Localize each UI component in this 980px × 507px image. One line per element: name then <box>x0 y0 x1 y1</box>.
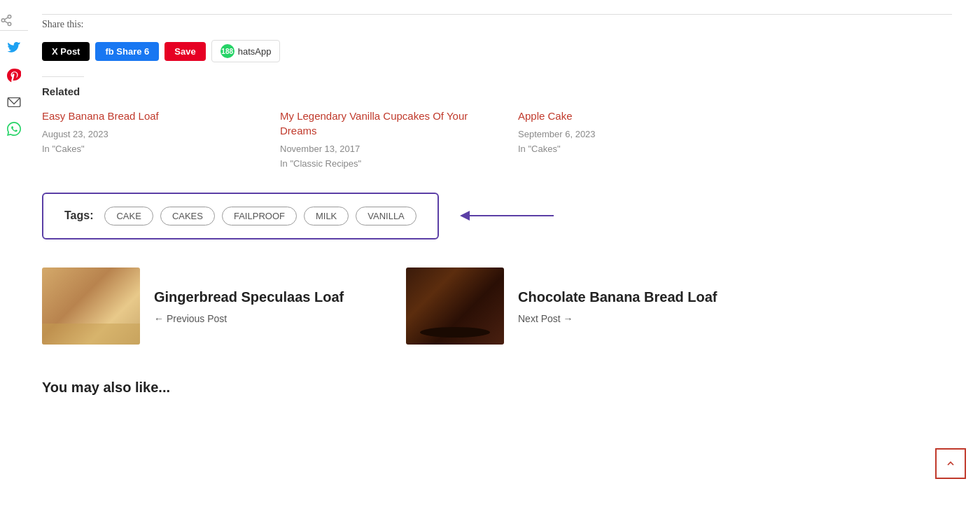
pinterest-save-button[interactable]: Save <box>164 42 205 61</box>
svg-line-3 <box>4 21 8 23</box>
previous-post-label[interactable]: ← Previous Post <box>154 313 344 324</box>
related-post-2: My Legendary Vanilla Cupcakes Of Your Dr… <box>280 109 476 172</box>
tag-failproof[interactable]: FAILPROOF <box>222 207 297 225</box>
related-post-1-link[interactable]: Easy Banana Bread Loaf <box>42 109 238 123</box>
whatsapp-sidebar-icon[interactable] <box>6 120 22 137</box>
previous-post-content: Gingerbread Speculaas Loaf ← Previous Po… <box>154 288 344 324</box>
related-post-2-link[interactable]: My Legendary Vanilla Cupcakes Of Your Dr… <box>280 109 476 138</box>
whatsapp-share-button[interactable]: 188 hatsApp <box>211 40 281 62</box>
related-posts-list: Easy Banana Bread Loaf August 23, 2023 I… <box>42 109 952 172</box>
post-navigation: Gingerbread Speculaas Loaf ← Previous Po… <box>42 268 952 345</box>
whatsapp-count-badge: 188 <box>220 44 234 58</box>
previous-post-image <box>42 268 140 345</box>
share-label: Share this: <box>42 14 952 34</box>
share-icon <box>0 14 28 31</box>
share-section: Share this: X Post fb Share 6 Save 188 h… <box>42 14 952 62</box>
related-post-3-link[interactable]: Apple Cake <box>518 109 714 123</box>
tags-section-wrapper: Tags: CAKE CAKES FAILPROOF MILK VANILLA <box>42 193 952 239</box>
email-sidebar-icon[interactable] <box>6 94 22 111</box>
related-post-3-date: September 6, 2023 <box>518 127 714 142</box>
you-may-also-title: You may also like... <box>42 380 952 396</box>
next-post-label[interactable]: Next Post → <box>518 313 718 324</box>
svg-line-4 <box>4 17 8 19</box>
tag-cake[interactable]: CAKE <box>104 207 153 225</box>
tag-milk[interactable]: MILK <box>304 207 349 225</box>
tags-box: Tags: CAKE CAKES FAILPROOF MILK VANILLA <box>42 193 439 239</box>
related-post-3-category: In "Cakes" <box>518 142 714 157</box>
twitter-sidebar-icon[interactable] <box>6 41 22 57</box>
section-divider <box>42 76 84 77</box>
svg-point-0 <box>8 15 11 18</box>
arrow-head-icon <box>460 211 470 221</box>
tag-cakes[interactable]: CAKES <box>160 207 215 225</box>
next-post-title: Chocolate Banana Bread Loaf <box>518 288 718 306</box>
next-post-image <box>406 268 504 345</box>
related-post-2-category: In "Classic Recipes" <box>280 157 476 172</box>
related-post-2-date: November 13, 2017 <box>280 142 476 157</box>
previous-post-nav[interactable]: Gingerbread Speculaas Loaf ← Previous Po… <box>42 268 364 345</box>
fb-share-button[interactable]: fb Share 6 <box>95 42 159 61</box>
related-title: Related <box>42 85 952 97</box>
next-post-nav[interactable]: Chocolate Banana Bread Loaf Next Post → <box>406 268 728 345</box>
svg-point-1 <box>1 18 5 22</box>
next-post-content: Chocolate Banana Bread Loaf Next Post → <box>518 288 718 324</box>
tags-label: Tags: <box>64 209 93 222</box>
you-may-also-section: You may also like... <box>42 380 952 396</box>
whatsapp-label: hatsApp <box>238 46 272 57</box>
pinterest-sidebar-icon[interactable] <box>6 67 22 84</box>
x-post-button[interactable]: X Post <box>42 42 90 61</box>
related-post-1-date: August 23, 2023 <box>42 127 238 142</box>
previous-post-title: Gingerbread Speculaas Loaf <box>154 288 344 306</box>
svg-point-2 <box>8 22 11 26</box>
tag-pills-container: CAKE CAKES FAILPROOF MILK VANILLA <box>104 207 416 225</box>
related-post-1-category: In "Cakes" <box>42 142 238 157</box>
main-content: Share this: X Post fb Share 6 Save 188 h… <box>28 0 980 507</box>
back-to-top-button[interactable] <box>935 448 966 479</box>
related-section: Related Easy Banana Bread Loaf August 23… <box>42 85 952 172</box>
tag-vanilla[interactable]: VANILLA <box>356 207 416 225</box>
arrow-line <box>470 215 554 216</box>
related-post-3: Apple Cake September 6, 2023 In "Cakes" <box>518 109 714 172</box>
arrow-indicator <box>460 211 554 221</box>
related-post-1: Easy Banana Bread Loaf August 23, 2023 I… <box>42 109 238 172</box>
social-sidebar <box>0 0 28 151</box>
share-buttons-row: X Post fb Share 6 Save 188 hatsApp <box>42 40 952 62</box>
